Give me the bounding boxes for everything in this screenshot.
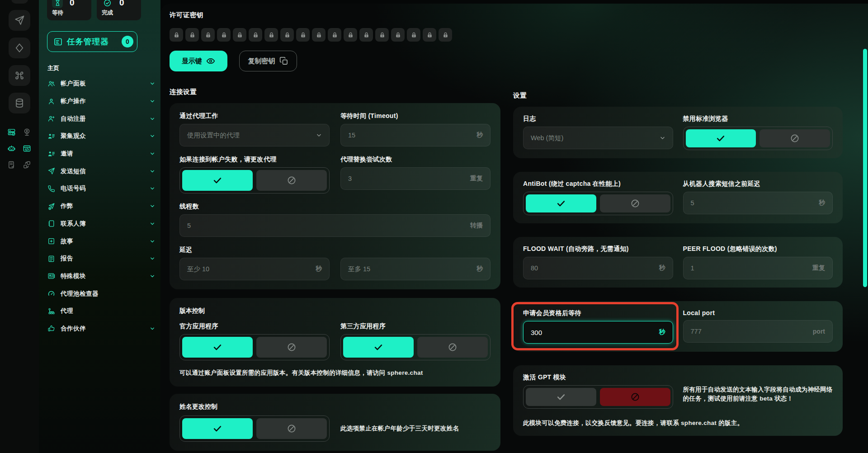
antibot-card: AntiBot (绕过 captcha 在性能上) 从机器人搜索短信之前延迟 5… xyxy=(513,172,843,223)
bot-icon[interactable] xyxy=(7,144,16,153)
change-proxy-on-fail-toggle[interactable] xyxy=(179,167,330,193)
connection-card: 通过代理工作 使用设置中的代理 等待时间 (Timeout) 15 秒 xyxy=(170,103,500,289)
proxy-attempts-input[interactable]: 3 重复 xyxy=(340,167,491,190)
disable-browser-toggle[interactable] xyxy=(683,127,833,150)
sidebar-item-contact-book[interactable]: 联系人簿 xyxy=(39,215,160,233)
check-icon xyxy=(716,133,726,143)
ban-icon xyxy=(790,133,800,143)
local-port-input[interactable]: 777 port xyxy=(683,320,833,343)
task-manager-icon xyxy=(53,37,63,47)
toggle-on-button[interactable] xyxy=(182,337,253,358)
check-icon xyxy=(212,342,222,352)
scrollbar-thumb[interactable] xyxy=(863,49,867,287)
sidebar-item-reports[interactable]: 报告 xyxy=(39,250,160,268)
sidebar-item-gather-audience[interactable]: 聚集观众 xyxy=(39,127,160,145)
toggle-on-button[interactable] xyxy=(182,418,253,439)
send-plus-icon xyxy=(47,203,55,210)
doc-check-icon[interactable] xyxy=(7,160,16,169)
delay-max-input[interactable]: 至多 15 秒 xyxy=(340,258,491,280)
toggle-off-button[interactable] xyxy=(256,418,327,439)
lock-icon xyxy=(296,28,310,42)
sidebar-menu: 帐户面板 帐户操作 自动注册 聚集观众 邀请 发送短信 xyxy=(39,75,160,337)
rail-button-partial[interactable] xyxy=(11,0,28,4)
timeout-input[interactable]: 15 秒 xyxy=(340,124,491,146)
peerflood-input[interactable]: 1 重复 xyxy=(683,257,833,279)
eye-icon xyxy=(206,57,215,66)
sidebar-item-proxy[interactable]: 代理 xyxy=(39,302,160,320)
waiting-label: 等待 xyxy=(52,9,86,17)
toggle-off-button[interactable] xyxy=(760,129,830,147)
plus-square-icon xyxy=(47,237,55,245)
membership-wait-label: 申请会员资格后等待 xyxy=(523,309,673,317)
delay-min-input[interactable]: 至少 10 秒 xyxy=(179,258,330,280)
toggle-on-button[interactable] xyxy=(526,194,596,212)
database-rail-button[interactable] xyxy=(9,93,30,113)
membership-wait-input[interactable]: 300 秒 xyxy=(523,321,673,344)
toggle-off-button[interactable] xyxy=(256,337,327,358)
send-icon xyxy=(14,15,25,26)
browser-code-icon[interactable] xyxy=(23,144,31,153)
command-rail-button[interactable] xyxy=(9,65,30,86)
lock-icon xyxy=(280,28,294,42)
sidebar-item-phone-numbers[interactable]: 电话号码 xyxy=(39,180,160,198)
lock-icon xyxy=(328,28,341,42)
lock-icon xyxy=(344,28,357,42)
proxy-mode-select[interactable]: 使用设置中的代理 xyxy=(179,124,330,146)
local-port-label: Local port xyxy=(683,309,833,316)
person-cam-icon[interactable] xyxy=(23,128,31,137)
server-check-icon[interactable] xyxy=(7,128,16,137)
swap-icon[interactable] xyxy=(23,160,31,169)
proxy-attempts-label: 代理替换尝试次数 xyxy=(340,156,491,164)
sidebar-item-account-panel[interactable]: 帐户面板 xyxy=(39,75,160,93)
sidebar-item-account-actions[interactable]: 帐户操作 xyxy=(39,93,160,110)
lock-icon xyxy=(170,28,183,42)
toggle-off-button[interactable] xyxy=(600,194,670,212)
lock-icon xyxy=(201,28,215,42)
task-manager-button[interactable]: 任务管理器 0 xyxy=(47,31,137,52)
sidebar-item-send-sms[interactable]: 发送短信 xyxy=(39,162,160,180)
copy-key-button[interactable]: 复制密钥 xyxy=(239,51,297,71)
show-key-button[interactable]: 显示键 xyxy=(170,51,227,71)
send-rail-button[interactable] xyxy=(9,10,30,31)
thirdparty-app-toggle[interactable] xyxy=(340,334,491,360)
official-app-toggle[interactable] xyxy=(179,334,330,360)
toggle-on-button[interactable] xyxy=(686,129,756,147)
antibot-label: AntiBot (绕过 captcha 在性能上) xyxy=(523,180,673,188)
sidebar-item-invites[interactable]: 邀请 xyxy=(39,145,160,163)
phone-icon xyxy=(47,185,55,193)
user-list-icon xyxy=(47,132,55,140)
sidebar-item-stories[interactable]: 故事 xyxy=(39,232,160,250)
check-icon xyxy=(373,342,383,352)
toggle-off-button[interactable] xyxy=(256,170,327,191)
sidebar-item-partners[interactable]: 合作伙伴 xyxy=(39,320,160,338)
membership-card: 申请会员资格后等待 300 秒 Local port 777 port xyxy=(513,301,843,352)
toggle-on-button[interactable] xyxy=(343,337,414,358)
gpt-card: 激活 GPT 模块 所有用于自动发送的文本输入字段将自动成为神经网络的任务，测试… xyxy=(513,365,843,436)
toggle-on-button[interactable] xyxy=(182,170,253,191)
threads-input[interactable]: 5 转播 xyxy=(179,214,491,237)
toggle-on-button[interactable] xyxy=(526,388,596,406)
sidebar-item-auto-register[interactable]: 自动注册 xyxy=(39,110,160,127)
sidebar: 0 等待 0 完成 任务管理器 0 主页 帐户面板 帐户操作 xyxy=(39,0,160,453)
sidebar-item-special-modules[interactable]: 特殊模块 xyxy=(39,268,160,285)
name-control-toggle[interactable] xyxy=(179,415,330,442)
report-icon xyxy=(47,255,55,263)
diamond-icon xyxy=(14,42,25,53)
home-section-label: 主页 xyxy=(47,64,160,72)
waiting-counter: 0 等待 xyxy=(47,0,91,20)
toggle-off-button[interactable] xyxy=(417,337,488,358)
floodwait-input[interactable]: 80 秒 xyxy=(523,257,673,279)
sms-delay-input[interactable]: 5 秒 xyxy=(683,192,833,214)
completed-label: 完成 xyxy=(102,9,136,17)
log-select[interactable]: Web (简短) xyxy=(523,127,673,149)
toggle-off-button[interactable] xyxy=(600,388,670,406)
antibot-toggle[interactable] xyxy=(523,192,673,215)
task-manager-badge: 0 xyxy=(122,36,133,47)
gpt-module-toggle[interactable] xyxy=(523,385,673,409)
diamond-rail-button[interactable] xyxy=(9,38,30,58)
lock-icon xyxy=(439,28,452,42)
ban-icon xyxy=(287,175,297,185)
sidebar-item-proxy-checker[interactable]: 代理池检查器 xyxy=(39,285,160,302)
chevron-down-icon xyxy=(316,132,322,138)
sidebar-item-cheat[interactable]: 作弊 xyxy=(39,198,160,215)
